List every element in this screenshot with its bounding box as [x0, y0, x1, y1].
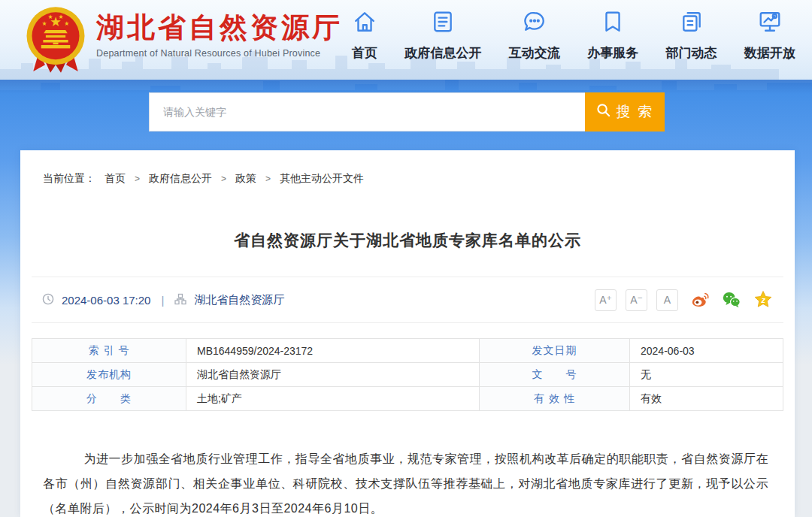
- nav-label: 数据开放: [744, 44, 795, 62]
- info-value-publisher: 湖北省自然资源厅: [186, 363, 480, 387]
- page: ★ ★ ★ ★ ★ 湖北省自然资源厅 Department of Natural…: [0, 0, 812, 517]
- stacked-docs-icon: [680, 10, 704, 37]
- clock-icon: [42, 293, 54, 307]
- font-decrease-button[interactable]: A⁻: [626, 289, 647, 311]
- svg-text:★: ★: [64, 20, 69, 27]
- nav-item-interaction[interactable]: 互动交流: [509, 10, 560, 62]
- nav-item-home[interactable]: 首页: [352, 10, 377, 62]
- svg-text:★: ★: [42, 20, 47, 27]
- breadcrumb-separator: >: [221, 174, 226, 184]
- info-value-issue-date: 2024-06-03: [630, 339, 783, 363]
- info-label-validity: 有 效 性: [480, 387, 630, 411]
- table-row: 分 类 土地;矿产 有 效 性 有效: [32, 387, 783, 411]
- site-title: 湖北省自然资源厅: [96, 12, 343, 44]
- bookmark-icon: [601, 10, 625, 37]
- article-meta-right: A⁺ A⁻ A: [595, 289, 773, 311]
- main-nav: 首页 政府信息公开 互动交流: [352, 10, 795, 62]
- national-emblem-logo: ★ ★ ★ ★ ★: [24, 5, 87, 75]
- info-value-validity: 有效: [630, 387, 783, 411]
- site-brand: 湖北省自然资源厅 Department of Natural Resources…: [96, 12, 343, 59]
- info-label-category: 分 类: [32, 387, 186, 411]
- nav-item-open-data[interactable]: 数据开放: [744, 10, 795, 62]
- article-title: 省自然资源厅关于湖北省地质专家库名单的公示: [20, 230, 795, 251]
- article-source[interactable]: 湖北省自然资源厅: [194, 293, 284, 307]
- table-row: 发布机构 湖北省自然资源厅 文 号 无: [32, 363, 783, 387]
- nav-label: 办事服务: [587, 44, 638, 62]
- info-value-index-no: MB1644959/2024-23172: [186, 339, 480, 363]
- site-subtitle: Department of Natural Resources of Hubei…: [96, 48, 343, 59]
- nav-label: 首页: [352, 44, 377, 62]
- info-value-doc-number: 无: [630, 363, 783, 387]
- breadcrumb-item-home[interactable]: 首页: [105, 172, 126, 186]
- weibo-icon[interactable]: [690, 290, 710, 310]
- breadcrumb-item-gov-info[interactable]: 政府信息公开: [149, 172, 212, 186]
- site-header: ★ ★ ★ ★ ★ 湖北省自然资源厅 Department of Natural…: [0, 0, 812, 80]
- article-body-paragraph: 为进一步加强全省地质行业管理工作，指导全省地质事业，规范专家管理，按照机构改革后…: [43, 446, 768, 517]
- breadcrumb-separator: >: [135, 174, 140, 184]
- search-input[interactable]: [149, 92, 585, 132]
- search-button[interactable]: 搜 索: [585, 92, 665, 132]
- svg-text:z: z: [761, 295, 766, 304]
- svg-text:★: ★: [47, 14, 53, 20]
- table-row: 索 引 号 MB1644959/2024-23172 发文日期 2024-06-…: [32, 339, 783, 363]
- breadcrumb-item-other-docs[interactable]: 其他主动公开文件: [280, 172, 364, 186]
- meta-separator: |: [161, 294, 164, 307]
- search-button-label: 搜 索: [617, 102, 653, 122]
- data-monitor-icon: [758, 10, 782, 37]
- nav-label: 政府信息公开: [404, 44, 481, 62]
- publish-time: 2024-06-03 17:20: [62, 294, 150, 307]
- info-label-publisher: 发布机构: [32, 363, 186, 387]
- nav-item-department-news[interactable]: 部门动态: [666, 10, 717, 62]
- nav-label: 互动交流: [509, 44, 560, 62]
- nav-label: 部门动态: [666, 44, 717, 62]
- info-label-index-no: 索 引 号: [32, 339, 186, 363]
- document-info-table: 索 引 号 MB1644959/2024-23172 发文日期 2024-06-…: [32, 338, 783, 411]
- home-icon: [353, 10, 377, 37]
- wechat-icon[interactable]: [722, 290, 741, 310]
- breadcrumb: 当前位置： 首页 > 政府信息公开 > 政策 > 其他主动公开文件: [43, 172, 364, 186]
- font-increase-button[interactable]: A⁺: [595, 289, 617, 311]
- nav-item-gov-info[interactable]: 政府信息公开: [404, 10, 481, 62]
- info-label-doc-number: 文 号: [480, 363, 630, 387]
- article-meta-row: 2024-06-03 17:20 | 湖北省自然资源厅 A⁺ A⁻ A: [32, 277, 783, 323]
- breadcrumb-label: 当前位置：: [43, 172, 95, 186]
- qzone-star-icon[interactable]: z: [753, 290, 773, 310]
- document-icon: [431, 10, 455, 37]
- breadcrumb-item-policy[interactable]: 政策: [235, 172, 256, 186]
- font-reset-button[interactable]: A: [656, 289, 678, 311]
- article-meta-left: 2024-06-03 17:20 | 湖北省自然资源厅: [42, 293, 284, 307]
- info-value-category: 土地;矿产: [186, 387, 480, 411]
- info-label-issue-date: 发文日期: [480, 339, 630, 363]
- breadcrumb-separator: >: [265, 174, 271, 184]
- content-card: 当前位置： 首页 > 政府信息公开 > 政策 > 其他主动公开文件 省自然资源厅…: [20, 150, 795, 517]
- search-bar: 搜 索: [149, 92, 665, 132]
- nav-item-services[interactable]: 办事服务: [587, 10, 638, 62]
- svg-text:★: ★: [58, 14, 63, 20]
- chat-bubble-icon: [523, 10, 547, 37]
- org-sitemap-icon: [174, 293, 186, 307]
- search-icon: [596, 103, 611, 121]
